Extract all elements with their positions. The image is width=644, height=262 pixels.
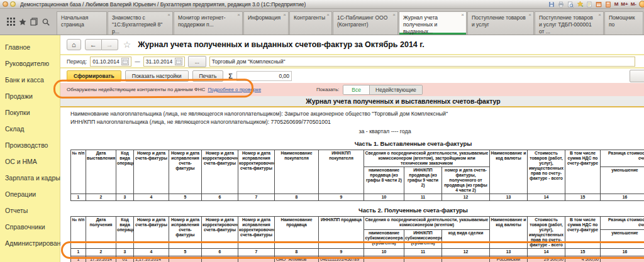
date-to-field[interactable]: 31.10.2014	[143, 57, 185, 67]
calculator-icon[interactable]	[605, 1, 612, 8]
data-cell[interactable]: ОАО "Алхимов А.А."	[275, 256, 319, 262]
tab-label: Контрагенты	[294, 14, 325, 21]
recent-icon[interactable]	[28, 16, 40, 28]
data-cell[interactable]	[364, 256, 404, 262]
sidebar-item-purchases[interactable]: Покупки	[0, 104, 60, 121]
header-cell: Код вида операции	[116, 150, 134, 194]
favorite-star-icon[interactable]: ☆	[123, 40, 131, 50]
tab-intro[interactable]: Знакомство с "1С:Бухгалтерией 8" р...×	[108, 11, 173, 35]
print-preview-icon[interactable]	[567, 1, 574, 8]
sidebar-item-reports[interactable]: Отчеты	[0, 202, 60, 219]
header-cell: ИНН/КПП субкомиссионера (субагента)	[404, 230, 442, 249]
close-icon[interactable]: ×	[237, 13, 240, 18]
data-cell[interactable]: 0461111101/456789	[319, 256, 364, 262]
main-menu-icon[interactable]	[5, 16, 16, 28]
tab-monitor[interactable]: Монитор интернет-поддержки п...×	[174, 11, 243, 35]
tab-publishing[interactable]: 1С-Паблишинг ООО (Контрагент)×	[333, 11, 398, 35]
period-options-button[interactable]: ...	[188, 56, 206, 67]
sum-field[interactable]: 0,00	[236, 71, 292, 81]
data-cell[interactable]: 4 500,00	[565, 256, 601, 262]
sidebar-item-administration[interactable]: Администрирование	[0, 235, 60, 251]
tab-label: Начальная страница	[61, 14, 88, 28]
data-cell[interactable]: 29 500,00	[528, 256, 565, 262]
warning-details-link[interactable]: Подробнее о проверке	[208, 87, 261, 92]
close-icon[interactable]: ×	[392, 13, 396, 18]
calendar-picker-icon[interactable]	[121, 58, 129, 65]
app-window: Демонстрационная база / Любимов Валерий …	[0, 0, 644, 262]
sidebar-item-operations[interactable]: Операции	[0, 186, 60, 202]
tab-info[interactable]: Информация×	[243, 11, 289, 35]
data-cell[interactable]	[238, 256, 275, 262]
period-label: Период:	[67, 58, 87, 65]
window-button-minimize-icon[interactable]	[10, 1, 16, 7]
col-number-cell: 11	[404, 194, 442, 201]
tab-home[interactable]: Начальная страница	[57, 11, 107, 35]
header-cell: Номер и дата исправления счета-фактуры	[169, 150, 202, 194]
show-settings-button[interactable]: Показать настройки	[125, 70, 189, 82]
organization-field[interactable]: Торговый дом "Комплексный"	[209, 57, 635, 67]
close-icon[interactable]: ×	[598, 13, 601, 18]
info-icon[interactable]	[639, 1, 644, 8]
sidebar-item-warehouse[interactable]: Склад	[0, 121, 60, 137]
sidebar-item-directories[interactable]: Справочники	[0, 219, 60, 235]
window-button-close-icon[interactable]	[3, 1, 8, 7]
col-number-cell: 2	[86, 194, 116, 201]
sidebar-item-payroll[interactable]: Зарплата и кадры	[0, 170, 60, 186]
filter-inactive-button[interactable]: Недействующие	[370, 85, 422, 94]
data-cell[interactable]	[601, 256, 644, 262]
forward-button[interactable]: →	[102, 39, 118, 50]
print-icon[interactable]	[558, 1, 565, 8]
generate-button[interactable]: Сформировать	[67, 70, 121, 82]
close-icon[interactable]: ×	[528, 13, 531, 18]
memory-m-button[interactable]: М	[614, 1, 619, 7]
close-icon[interactable]: ×	[461, 13, 464, 18]
print-button[interactable]: Печать	[192, 70, 224, 82]
calendar-icon[interactable]	[596, 1, 602, 8]
search-icon[interactable]	[40, 16, 52, 28]
tab-invoice-journal[interactable]: Журнал учета полученных и выданных...×	[399, 11, 467, 35]
sidebar-item-fixed-assets[interactable]: ОС и НМА	[0, 153, 60, 170]
back-button[interactable]: ←	[85, 39, 102, 50]
data-cell[interactable]	[169, 256, 202, 262]
data-cell[interactable]: 1	[71, 256, 86, 262]
close-icon[interactable]: ×	[167, 13, 170, 18]
tab-goods-receipt[interactable]: Поступление товаров и услуг×	[467, 11, 534, 35]
favorites-icon[interactable]	[17, 16, 28, 28]
data-cell[interactable]	[442, 256, 490, 262]
page-title: Журнал учета полученных и выданных счето…	[138, 40, 424, 49]
tab-assistant[interactable]: Помощник по	[604, 11, 643, 35]
data-cell[interactable]: 1;17.10.2014	[134, 256, 169, 262]
tab-label: Знакомство с "1С:Бухгалтерией 8" р...	[112, 14, 162, 35]
col-number-cell: 10	[364, 194, 404, 201]
add-favorite-icon[interactable]	[577, 1, 584, 8]
header-cell: Код вида операции	[116, 217, 134, 249]
more-actions-button[interactable]	[630, 70, 644, 82]
back-icon: ←	[90, 41, 97, 48]
save-icon[interactable]	[548, 1, 555, 8]
data-cell[interactable]: Российский рубль, 643	[490, 256, 528, 262]
col-number-cell: 3	[116, 194, 134, 201]
history-icon[interactable]	[586, 1, 593, 8]
date-from-field[interactable]: 01.10.2014	[90, 57, 131, 67]
close-icon[interactable]: ×	[283, 13, 286, 18]
filter-all-button[interactable]: Все	[343, 85, 370, 94]
sidebar-item-bank-cash[interactable]: Банк и касса	[0, 72, 60, 88]
header-cell: Номер и дата исправления счета-фактуры	[169, 217, 202, 249]
header-cell: Номер и дата счета-фактуры	[134, 217, 169, 249]
header-cell: Дата получения	[86, 217, 116, 249]
tab-counterparties[interactable]: Контрагенты×	[289, 11, 332, 35]
sidebar-item-production[interactable]: Производство	[0, 137, 60, 153]
data-cell[interactable]: 01	[116, 256, 134, 262]
sidebar-item-sales[interactable]: Продажи	[0, 88, 60, 104]
calendar-picker-icon[interactable]	[175, 58, 182, 65]
home-button[interactable]: ⌂	[67, 39, 81, 50]
close-icon[interactable]: ×	[326, 13, 330, 18]
data-cell[interactable]	[202, 256, 238, 262]
data-cell[interactable]: 17.10.2014	[86, 256, 116, 262]
tab-goods-receipt-doc[interactable]: Поступление товаров и услуг ТДБП-000001 …	[535, 11, 604, 35]
sidebar-item-main[interactable]: Главное	[0, 39, 60, 55]
sidebar-item-manager[interactable]: Руководителю	[0, 55, 60, 72]
memory-m-plus-button[interactable]: М+	[621, 1, 628, 7]
memory-m-minus-button[interactable]: М-	[631, 1, 636, 7]
data-cell[interactable]	[404, 256, 442, 262]
